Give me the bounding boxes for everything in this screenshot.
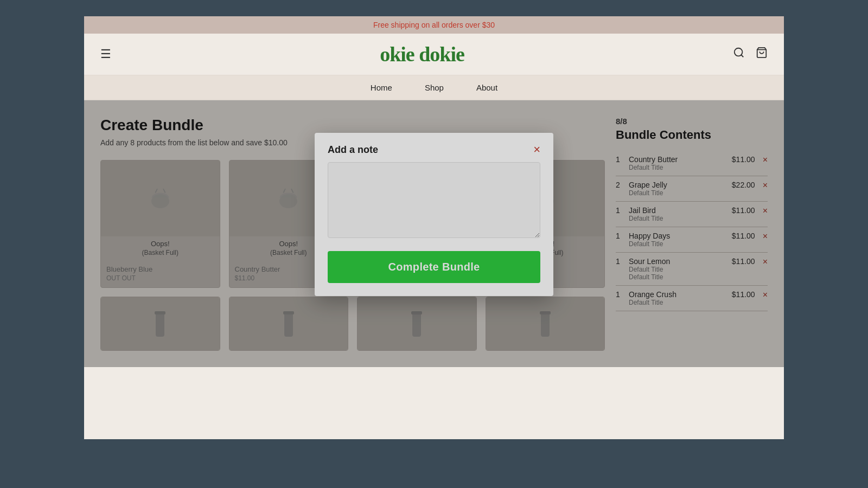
modal-title: Add a note xyxy=(328,144,378,156)
modal-close-button[interactable]: × xyxy=(533,144,540,156)
announcement-bar: Free shipping on all orders over $30 xyxy=(84,16,784,34)
search-icon[interactable] xyxy=(733,47,745,62)
nav-shop[interactable]: Shop xyxy=(425,83,444,92)
main-nav: Home Shop About xyxy=(84,75,784,100)
svg-point-0 xyxy=(735,48,743,56)
complete-bundle-button[interactable]: Complete Bundle xyxy=(328,251,540,283)
modal-footer: Complete Bundle xyxy=(315,251,553,296)
browser-window: Free shipping on all orders over $30 ☰ o… xyxy=(84,16,784,439)
cart-icon[interactable] xyxy=(756,47,768,62)
announcement-text: Free shipping on all orders over $30 xyxy=(373,21,495,29)
nav-home[interactable]: Home xyxy=(371,83,392,92)
hamburger-icon[interactable]: ☰ xyxy=(100,47,111,61)
svg-line-1 xyxy=(741,55,743,57)
nav-about[interactable]: About xyxy=(476,83,497,92)
site-logo: okie dokie xyxy=(380,42,464,66)
modal-header: Add a note × xyxy=(315,133,553,162)
modal-body xyxy=(315,162,553,251)
main-content: Create Bundle Add any 8 products from th… xyxy=(84,100,784,367)
note-textarea[interactable] xyxy=(328,162,540,238)
modal-overlay[interactable]: Add a note × Complete Bundle xyxy=(84,100,784,367)
header-icons xyxy=(733,47,768,62)
header: ☰ okie dokie xyxy=(84,34,784,75)
add-note-modal: Add a note × Complete Bundle xyxy=(315,133,553,296)
